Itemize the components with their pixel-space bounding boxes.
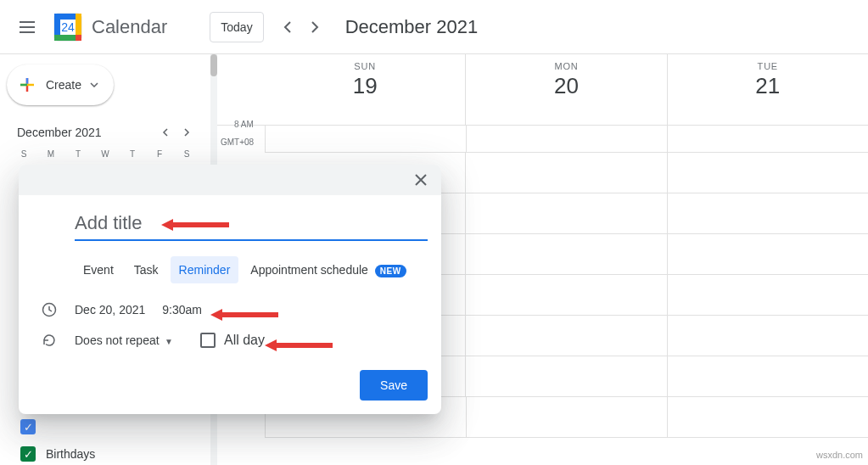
allday-label: All day (224, 333, 265, 348)
tab-task[interactable]: Task (126, 256, 167, 283)
today-button[interactable]: Today (210, 12, 263, 42)
calendar-logo: 24 (51, 10, 85, 44)
dow-label: MON (466, 61, 666, 71)
annotation-arrow (210, 309, 278, 321)
app-title: Calendar (92, 16, 167, 38)
mini-next-button[interactable] (176, 122, 197, 143)
tab-event[interactable]: Event (75, 256, 122, 283)
allday-checkbox[interactable] (200, 333, 216, 348)
svg-text:24: 24 (61, 20, 75, 34)
dow-label: TUE (668, 61, 868, 71)
title-input[interactable] (75, 209, 428, 241)
day-header[interactable]: TUE 21 (667, 54, 868, 125)
mini-prev-button[interactable] (154, 122, 175, 143)
prev-period-button[interactable] (274, 14, 301, 41)
chevron-down-icon: ▼ (165, 337, 173, 346)
calendar-checkbox[interactable]: ✓ (20, 419, 36, 434)
scrollbar-thumb[interactable] (210, 54, 217, 76)
save-button[interactable]: Save (360, 370, 428, 401)
mini-dow-row: SMTWTFS (7, 149, 204, 159)
mini-calendar-month: December 2021 (17, 126, 102, 139)
annotation-arrow (161, 219, 229, 231)
date-picker[interactable]: Dec 20, 2021 (75, 303, 145, 317)
new-badge: NEW (375, 265, 406, 277)
dow-label: SUN (265, 61, 465, 71)
time-label: 8 AM (234, 120, 254, 129)
hamburger-icon (20, 21, 35, 33)
clock-icon (41, 302, 58, 317)
day-number: 20 (466, 73, 666, 99)
create-label: Create (46, 78, 81, 92)
current-period-label: December 2021 (345, 16, 479, 38)
svg-rect-5 (76, 35, 81, 41)
day-header[interactable]: SUN 19 (265, 54, 465, 125)
calendar-checkbox[interactable]: ✓ (20, 446, 36, 462)
annotation-arrow (265, 339, 333, 351)
watermark: wsxdn.com (816, 450, 863, 460)
create-button[interactable]: Create (7, 64, 114, 105)
calendar-list-item[interactable]: ✓ Birthdays (20, 440, 204, 465)
next-period-button[interactable] (301, 14, 328, 41)
close-button[interactable] (409, 168, 433, 192)
time-row[interactable]: 8 AM (265, 126, 868, 153)
tab-reminder[interactable]: Reminder (171, 256, 239, 283)
day-header[interactable]: MON 20 (465, 54, 666, 125)
repeat-icon (41, 333, 58, 348)
time-picker[interactable]: 9:30am (162, 303, 202, 317)
plus-icon (17, 75, 37, 95)
calendar-list-item[interactable]: ✓ (20, 413, 204, 440)
close-icon (415, 174, 427, 186)
day-number: 19 (265, 73, 465, 99)
repeat-dropdown[interactable]: Does not repeat ▼ (75, 333, 173, 348)
main-menu-button[interactable] (7, 7, 48, 48)
quick-create-dialog: Event Task Reminder Appointment schedule… (19, 165, 441, 414)
chevron-down-icon (90, 82, 98, 87)
calendar-label: Birthdays (46, 447, 95, 461)
day-number: 21 (668, 73, 868, 99)
tab-appointment[interactable]: Appointment schedule NEW (242, 256, 414, 283)
